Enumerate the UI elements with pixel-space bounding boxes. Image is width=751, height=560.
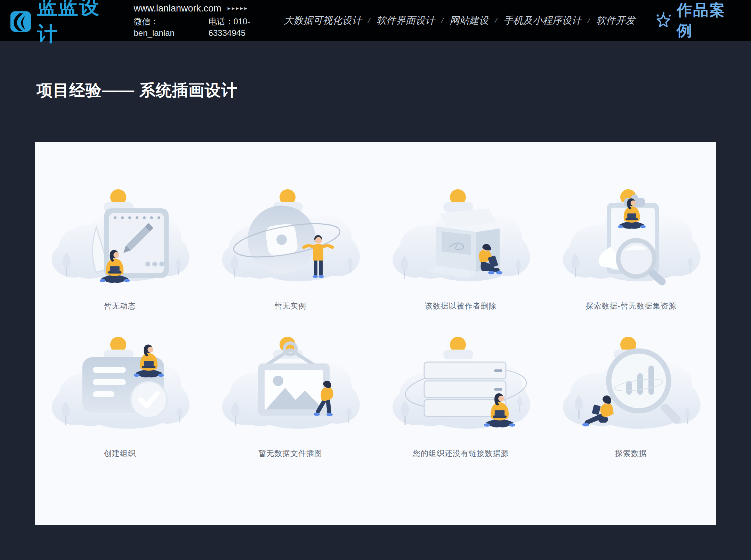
- gallery-item: 探索数据-暂无数据集资源: [546, 181, 716, 329]
- website-url[interactable]: www.lanlanwork.com: [134, 2, 221, 15]
- nav-item-dev[interactable]: 软件开发: [596, 14, 635, 27]
- page-title: 项目经验—— 系统插画设计: [37, 80, 751, 101]
- illustration-gallery: 暂无动态 暂无实例 该数据以被作者删除 探索数据-暂无数据集资源 创建组织: [35, 142, 716, 525]
- gallery-item: 暂无数据文件插图: [205, 329, 376, 476]
- nav-item-bigdata[interactable]: 大数据可视化设计: [284, 14, 362, 27]
- main-nav: 大数据可视化设计 / 软件界面设计 / 网站建设 / 手机及小程序设计 / 软件…: [284, 14, 635, 27]
- illustration-clipboard-search: [555, 181, 708, 296]
- illustration-caption: 您的组织还没有链接数据源: [413, 448, 509, 459]
- illustration-notepad: [43, 181, 196, 296]
- portfolio-link[interactable]: 作品案例: [655, 0, 739, 41]
- nav-item-website[interactable]: 网站建设: [450, 14, 488, 27]
- wechat-contact: 微信：ben_lanlan: [134, 16, 197, 39]
- phone-contact: 电话：010-63334945: [208, 16, 284, 39]
- nav-separator: /: [367, 16, 371, 25]
- illustration-caption: 暂无动态: [104, 301, 136, 311]
- gallery-item: 该数据以被作者删除: [376, 181, 546, 329]
- illustration-planet-compass: [214, 181, 367, 296]
- gallery-item: 您的组织还没有链接数据源: [376, 329, 546, 476]
- top-header: 蓝蓝设计 www.lanlanwork.com ▸▸▸▸▸ 微信：ben_lan…: [0, 0, 751, 41]
- illustration-caption: 探索数据-暂无数据集资源: [586, 301, 676, 311]
- gallery-item: 暂无实例: [205, 181, 376, 329]
- illustration-caption: 该数据以被作者删除: [425, 301, 497, 311]
- gallery-item: 暂无动态: [35, 181, 205, 329]
- nav-item-software-ui[interactable]: 软件界面设计: [377, 14, 435, 27]
- nav-item-mobile-miniapp[interactable]: 手机及小程序设计: [503, 14, 581, 27]
- nav-separator: /: [494, 16, 498, 25]
- portfolio-label: 作品案例: [677, 0, 739, 41]
- illustration-picture-frame: [214, 329, 367, 443]
- illustration-caption: 探索数据: [615, 448, 647, 459]
- gallery-item: 创建组织: [35, 329, 205, 476]
- gallery-item: 探索数据: [546, 329, 716, 476]
- star-sparkle-icon: [655, 11, 672, 30]
- logo-text: 蓝蓝设计: [37, 0, 117, 48]
- illustration-caption: 创建组织: [104, 448, 136, 459]
- nav-separator: /: [587, 16, 591, 25]
- illustration-server-stack: [384, 329, 537, 443]
- illustration-caption: 暂无实例: [274, 301, 306, 311]
- logo-icon: [10, 9, 32, 32]
- logo[interactable]: 蓝蓝设计: [10, 0, 117, 48]
- site-info: www.lanlanwork.com ▸▸▸▸▸ 微信：ben_lanlan 电…: [134, 2, 284, 39]
- illustration-org-card-check: [43, 329, 196, 443]
- illustration-empty-box: [384, 181, 537, 296]
- nav-separator: /: [441, 16, 444, 25]
- illustration-caption: 暂无数据文件插图: [258, 448, 322, 459]
- illustration-chart-magnifier: [555, 329, 708, 443]
- arrows-icon: ▸▸▸▸▸: [228, 5, 249, 12]
